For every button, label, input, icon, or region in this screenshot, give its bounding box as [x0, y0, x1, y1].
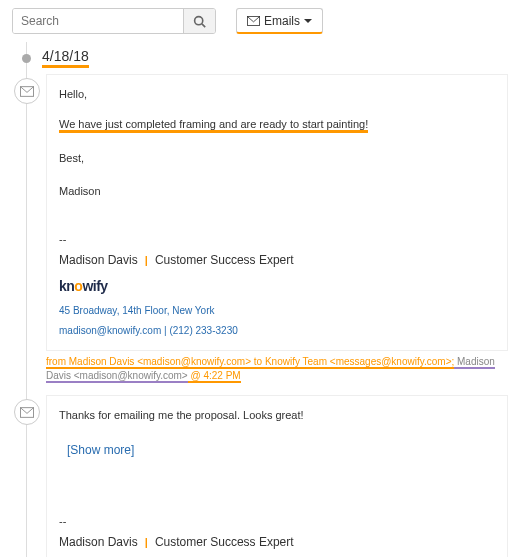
timeline: 4/18/18 Hello, We have just completed fr…	[14, 42, 520, 557]
signature-separator: |	[141, 254, 152, 266]
search-input[interactable]	[13, 9, 183, 33]
body-preview: Thanks for emailing me the proposal. Loo…	[59, 406, 495, 426]
search-group	[12, 8, 216, 34]
knowify-logo: knowify	[59, 274, 495, 299]
signature-separator: |	[141, 536, 152, 548]
email-body: Thanks for emailing me the proposal. Loo…	[46, 395, 508, 557]
signature-title: Customer Success Expert	[155, 535, 294, 549]
email-meta: from Madison Davis <madison@knowify.com>…	[46, 351, 508, 385]
search-icon	[193, 15, 206, 28]
body-closing: Best,	[59, 149, 495, 169]
show-more-link[interactable]: [Show more]	[59, 426, 134, 492]
search-button[interactable]	[183, 9, 215, 33]
signature-divider: --	[59, 230, 495, 250]
signature-address[interactable]: 45 Broadway, 14th Floor, New York	[59, 305, 214, 316]
envelope-icon	[247, 16, 260, 26]
signature-divider: --	[59, 512, 495, 532]
email-entry: Hello, We have just completed framing an…	[42, 70, 520, 391]
emails-filter-label: Emails	[264, 14, 300, 28]
signature-contact[interactable]: madison@knowify.com | (212) 233-3230	[59, 325, 238, 336]
top-bar: Emails	[0, 0, 520, 42]
body-main-line: We have just completed framing and are r…	[59, 118, 368, 133]
date-marker: 4/18/18	[14, 42, 520, 70]
body-greeting: Hello,	[59, 85, 495, 105]
body-sender-name: Madison	[59, 182, 495, 202]
signature-name: Madison Davis	[59, 253, 138, 267]
email-entry: Thanks for emailing me the proposal. Loo…	[42, 391, 520, 557]
emails-filter-button[interactable]: Emails	[236, 8, 323, 34]
envelope-icon	[14, 78, 40, 104]
signature-title: Customer Success Expert	[155, 253, 294, 267]
svg-line-1	[202, 23, 205, 26]
date-label: 4/18/18	[42, 48, 89, 68]
envelope-icon	[14, 399, 40, 425]
svg-point-0	[195, 16, 203, 24]
caret-down-icon	[304, 19, 312, 23]
email-body: Hello, We have just completed framing an…	[46, 74, 508, 351]
signature-name: Madison Davis	[59, 535, 138, 549]
